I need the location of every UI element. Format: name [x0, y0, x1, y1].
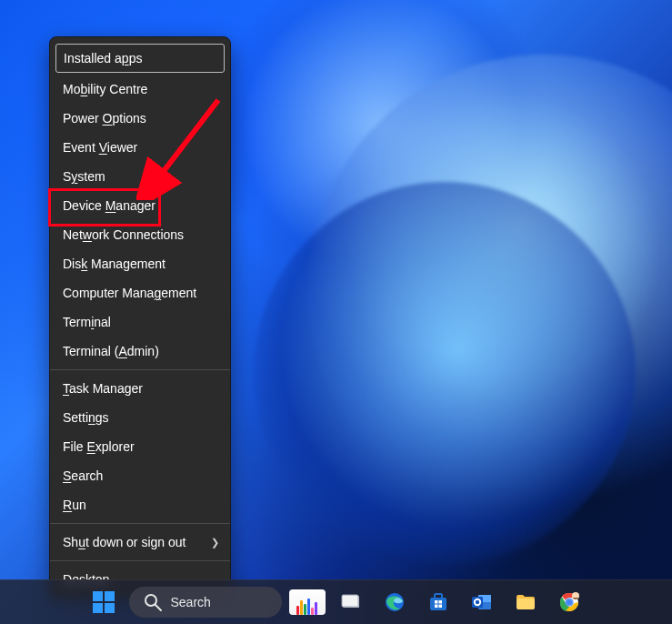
taskbar: Search [0, 579, 672, 624]
taskbar-edge[interactable] [376, 584, 413, 620]
svg-rect-10 [435, 605, 438, 609]
svg-line-2 [155, 605, 161, 610]
menu-separator [50, 560, 230, 561]
windows-logo-icon [93, 591, 115, 613]
task-view-icon [340, 591, 362, 613]
store-icon [427, 591, 449, 613]
menu-shutdown-signout[interactable]: Shut down or sign out❯ [50, 528, 230, 557]
menu-system[interactable]: System [50, 162, 230, 191]
taskbar-task-view[interactable] [333, 584, 369, 620]
taskbar-search-label: Search [171, 595, 211, 609]
chrome-icon [558, 591, 580, 613]
widgets-icon [289, 589, 326, 615]
svg-rect-8 [435, 600, 438, 604]
menu-terminal[interactable]: Terminal [50, 307, 230, 337]
taskbar-outlook[interactable] [464, 584, 500, 620]
menu-task-manager[interactable]: Task Manager [50, 374, 230, 403]
menu-settings[interactable]: Settings [50, 403, 230, 432]
menu-search[interactable]: Search [50, 461, 230, 490]
edge-icon [384, 591, 406, 613]
svg-rect-9 [438, 600, 442, 604]
menu-mobility-centre[interactable]: Mobility Centre [50, 75, 230, 104]
svg-rect-7 [435, 594, 442, 599]
menu-disk-management[interactable]: Disk Management [50, 249, 230, 278]
svg-rect-4 [342, 595, 358, 607]
taskbar-widgets[interactable] [289, 584, 326, 620]
taskbar-chrome[interactable] [551, 584, 587, 620]
menu-separator [50, 523, 230, 524]
svg-point-1 [145, 595, 156, 606]
menu-computer-management[interactable]: Computer Management [50, 278, 230, 307]
svg-rect-6 [430, 598, 446, 610]
menu-separator [50, 369, 230, 370]
winx-context-menu: Installed appsMobility CentrePower Optio… [49, 36, 231, 599]
search-icon [142, 591, 164, 613]
menu-file-explorer[interactable]: File Explorer [50, 432, 230, 461]
menu-terminal-admin[interactable]: Terminal (Admin) [50, 337, 230, 366]
menu-network-connections[interactable]: Network Connections [50, 220, 230, 249]
svg-rect-16 [517, 599, 535, 609]
chevron-right-icon: ❯ [211, 534, 219, 550]
menu-device-manager[interactable]: Device Manager [50, 191, 230, 220]
menu-event-viewer[interactable]: Event Viewer [50, 133, 230, 162]
outlook-icon [471, 591, 493, 613]
menu-run[interactable]: Run [50, 490, 230, 519]
svg-point-20 [566, 599, 571, 605]
menu-power-options[interactable]: Power Options [50, 104, 230, 133]
taskbar-store[interactable] [420, 584, 456, 620]
folder-icon [515, 591, 537, 613]
taskbar-search[interactable]: Search [129, 587, 282, 618]
svg-rect-11 [438, 605, 442, 609]
svg-rect-14 [472, 597, 483, 608]
start-button[interactable] [85, 584, 122, 620]
taskbar-file-explorer[interactable] [507, 584, 544, 620]
menu-installed-apps[interactable]: Installed apps [55, 44, 225, 73]
